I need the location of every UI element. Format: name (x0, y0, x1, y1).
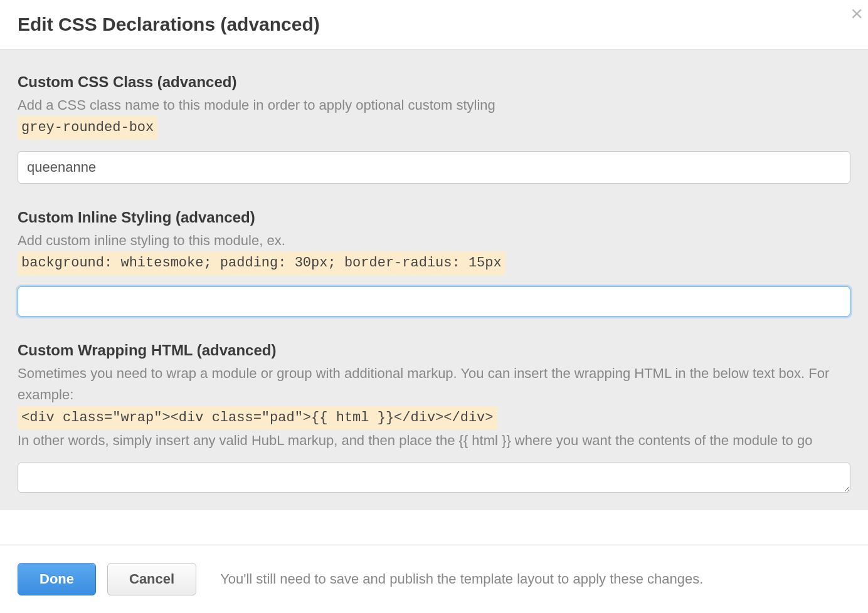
done-button[interactable]: Done (18, 563, 96, 595)
css-class-example: grey-rounded-box (18, 116, 157, 140)
wrapping-html-desc1: Sometimes you need to wrap a module or g… (18, 365, 829, 402)
modal-header: Edit CSS Declarations (advanced) × (0, 0, 868, 50)
wrapping-html-input[interactable] (18, 463, 850, 493)
section-inline-style: Custom Inline Styling (advanced) Add cus… (18, 209, 850, 317)
modal-title: Edit CSS Declarations (advanced) (18, 14, 850, 35)
css-class-input[interactable] (18, 151, 850, 184)
inline-style-desc: Add custom inline styling to this module… (18, 230, 850, 275)
inline-style-heading: Custom Inline Styling (advanced) (18, 209, 850, 226)
edit-css-modal: Edit CSS Declarations (advanced) × Custo… (0, 0, 868, 613)
inline-style-example: background: whitesmoke; padding: 30px; b… (18, 251, 505, 275)
section-wrapping-html: Custom Wrapping HTML (advanced) Sometime… (18, 342, 850, 495)
footer-note: You'll still need to save and publish th… (220, 571, 703, 587)
cancel-button[interactable]: Cancel (107, 563, 196, 595)
css-class-desc: Add a CSS class name to this module in o… (18, 95, 850, 140)
wrapping-html-example: <div class="wrap"><div class="pad">{{ ht… (18, 406, 497, 430)
section-css-class: Custom CSS Class (advanced) Add a CSS cl… (18, 73, 850, 184)
modal-body: Custom CSS Class (advanced) Add a CSS cl… (0, 50, 868, 510)
modal-footer: Done Cancel You'll still need to save an… (0, 545, 868, 613)
wrapping-html-heading: Custom Wrapping HTML (advanced) (18, 342, 850, 359)
close-icon[interactable]: × (850, 3, 863, 24)
css-class-desc-text: Add a CSS class name to this module in o… (18, 97, 495, 113)
css-class-heading: Custom CSS Class (advanced) (18, 73, 850, 91)
wrapping-html-desc2: In other words, simply insert any valid … (18, 432, 812, 448)
wrapping-html-desc: Sometimes you need to wrap a module or g… (18, 363, 850, 451)
inline-style-input[interactable] (18, 286, 850, 317)
inline-style-desc-text: Add custom inline styling to this module… (18, 233, 285, 248)
